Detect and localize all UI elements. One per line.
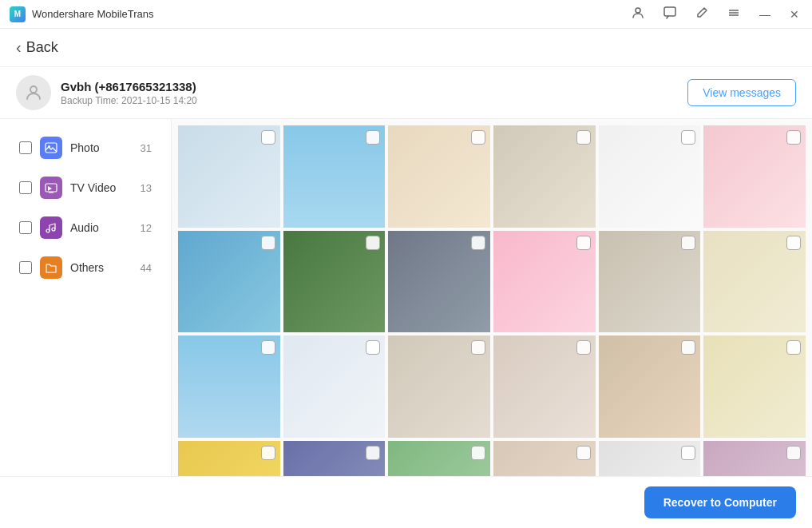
top-nav: ‹ Back bbox=[0, 29, 812, 67]
profile-details: Gvbh (+8617665321338) Backup Time: 2021-… bbox=[61, 80, 197, 106]
photo-select-checkbox[interactable] bbox=[366, 446, 380, 460]
photo-cell[interactable] bbox=[703, 441, 806, 476]
photo-cell[interactable] bbox=[493, 125, 596, 228]
sidebar-item-tv-video[interactable]: TV Video 13 bbox=[6, 169, 164, 207]
back-arrow-icon: ‹ bbox=[16, 38, 22, 57]
photo-grid bbox=[178, 125, 806, 476]
photo-select-checkbox[interactable] bbox=[471, 340, 485, 355]
audio-icon bbox=[40, 216, 62, 239]
profile-name: Gvbh (+8617665321338) bbox=[61, 80, 197, 93]
app-icon: M bbox=[10, 6, 26, 22]
photo-count: 31 bbox=[141, 142, 152, 154]
main-layout: Photo 31 TV Video 13 Audio 12 bbox=[0, 119, 812, 476]
tv-video-label: TV Video bbox=[70, 181, 133, 194]
photo-cell[interactable] bbox=[388, 231, 490, 333]
profile-backup-time: Backup Time: 2021-10-15 14:20 bbox=[61, 95, 197, 106]
photo-select-checkbox[interactable] bbox=[261, 446, 275, 460]
photo-select-checkbox[interactable] bbox=[576, 236, 591, 250]
photo-cell[interactable] bbox=[703, 125, 806, 228]
photo-cell[interactable] bbox=[493, 231, 596, 333]
photo-select-checkbox[interactable] bbox=[576, 130, 591, 145]
svg-point-5 bbox=[30, 86, 37, 93]
photo-cell[interactable] bbox=[493, 441, 596, 476]
bottom-bar: Recover to Computer bbox=[0, 476, 812, 528]
photo-cell[interactable] bbox=[283, 231, 386, 333]
photo-cell[interactable] bbox=[388, 125, 490, 228]
chat-button[interactable] bbox=[660, 5, 679, 23]
photo-cell[interactable] bbox=[493, 335, 596, 438]
photo-cell[interactable] bbox=[599, 231, 701, 333]
title-bar-controls: — ✕ bbox=[628, 5, 802, 23]
photo-select-checkbox[interactable] bbox=[576, 446, 591, 460]
profile-info: Gvbh (+8617665321338) Backup Time: 2021-… bbox=[16, 75, 197, 110]
tv-video-count: 13 bbox=[141, 182, 152, 194]
photo-select-checkbox[interactable] bbox=[366, 340, 380, 355]
photo-select-checkbox[interactable] bbox=[681, 130, 695, 145]
minimize-button[interactable]: — bbox=[756, 6, 774, 22]
photo-select-checkbox[interactable] bbox=[261, 236, 275, 250]
account-button[interactable] bbox=[628, 5, 648, 23]
avatar bbox=[16, 75, 51, 110]
photo-cell[interactable] bbox=[178, 125, 280, 228]
photo-select-checkbox[interactable] bbox=[366, 236, 380, 250]
others-label: Others bbox=[70, 261, 133, 274]
photo-label: Photo bbox=[70, 141, 133, 154]
view-messages-button[interactable]: View messages bbox=[687, 79, 796, 106]
photo-cell[interactable] bbox=[388, 441, 490, 476]
sidebar-item-audio[interactable]: Audio 12 bbox=[6, 208, 164, 247]
sidebar: Photo 31 TV Video 13 Audio 12 bbox=[0, 119, 172, 476]
app-title: Wondershare MobileTrans bbox=[32, 8, 153, 20]
photo-cell[interactable] bbox=[283, 441, 386, 476]
menu-button[interactable] bbox=[724, 5, 743, 23]
photo-cell[interactable] bbox=[599, 441, 701, 476]
svg-rect-1 bbox=[664, 7, 675, 16]
photo-cell[interactable] bbox=[703, 335, 806, 438]
gallery-area bbox=[172, 119, 812, 476]
photo-select-checkbox[interactable] bbox=[786, 446, 801, 460]
audio-checkbox[interactable] bbox=[19, 221, 32, 234]
photo-select-checkbox[interactable] bbox=[366, 130, 380, 145]
photo-select-checkbox[interactable] bbox=[471, 130, 485, 145]
audio-count: 12 bbox=[141, 222, 152, 234]
photo-cell[interactable] bbox=[388, 335, 490, 438]
content-area: ‹ Back Gvbh (+8617665321338) Backup Time… bbox=[0, 29, 812, 528]
photo-select-checkbox[interactable] bbox=[681, 236, 695, 250]
recover-to-computer-button[interactable]: Recover to Computer bbox=[644, 486, 796, 518]
back-button[interactable]: ‹ Back bbox=[16, 38, 58, 57]
title-bar-left: M Wondershare MobileTrans bbox=[10, 6, 153, 22]
photo-checkbox[interactable] bbox=[19, 141, 32, 154]
sidebar-item-photo[interactable]: Photo 31 bbox=[6, 129, 164, 167]
photo-cell[interactable] bbox=[283, 125, 386, 228]
profile-bar: Gvbh (+8617665321338) Backup Time: 2021-… bbox=[0, 67, 812, 119]
photo-select-checkbox[interactable] bbox=[261, 130, 275, 145]
others-count: 44 bbox=[141, 262, 152, 274]
photo-cell[interactable] bbox=[178, 441, 280, 476]
edit-button[interactable] bbox=[692, 5, 711, 23]
photo-cell[interactable] bbox=[178, 335, 280, 438]
audio-label: Audio bbox=[70, 221, 133, 234]
photo-select-checkbox[interactable] bbox=[786, 130, 801, 145]
sidebar-item-others[interactable]: Others 44 bbox=[6, 248, 164, 287]
others-icon bbox=[40, 256, 62, 279]
close-button[interactable]: ✕ bbox=[786, 6, 802, 22]
photo-select-checkbox[interactable] bbox=[261, 340, 275, 355]
photo-select-checkbox[interactable] bbox=[471, 446, 485, 460]
tv-video-checkbox[interactable] bbox=[19, 181, 32, 194]
photo-cell[interactable] bbox=[283, 335, 386, 438]
photo-select-checkbox[interactable] bbox=[786, 236, 801, 250]
photo-icon bbox=[40, 137, 62, 159]
photo-select-checkbox[interactable] bbox=[786, 340, 801, 355]
photo-select-checkbox[interactable] bbox=[471, 236, 485, 250]
photo-cell[interactable] bbox=[599, 125, 701, 228]
photo-cell[interactable] bbox=[703, 231, 806, 333]
photo-cell[interactable] bbox=[599, 335, 701, 438]
photo-cell[interactable] bbox=[178, 231, 280, 333]
svg-rect-8 bbox=[46, 184, 57, 192]
svg-rect-6 bbox=[46, 143, 57, 153]
svg-point-0 bbox=[636, 8, 640, 13]
photo-select-checkbox[interactable] bbox=[576, 340, 591, 355]
photo-select-checkbox[interactable] bbox=[681, 446, 695, 460]
title-bar: M Wondershare MobileTrans — ✕ bbox=[0, 0, 812, 29]
photo-select-checkbox[interactable] bbox=[681, 340, 695, 355]
others-checkbox[interactable] bbox=[19, 261, 32, 274]
